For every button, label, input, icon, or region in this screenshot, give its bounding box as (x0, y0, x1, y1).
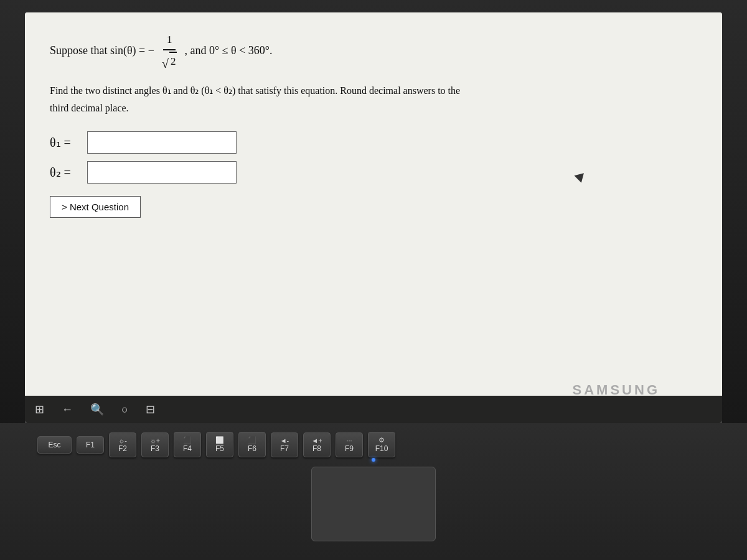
key-f10[interactable]: ⚙ F10 (368, 432, 395, 457)
theta2-row: θ₂ = (50, 161, 697, 184)
suppose-text: Suppose that sin(θ) = − (50, 42, 154, 60)
next-question-button[interactable]: > Next Question (50, 196, 141, 218)
key-f1[interactable]: F1 (77, 436, 104, 454)
theta1-input[interactable] (87, 131, 237, 154)
key-f7[interactable]: ◄- F7 (271, 432, 298, 457)
equation-line: Suppose that sin(θ) = − 1 2 , and 0° ≤ θ… (50, 31, 697, 70)
taskbar: ⊞ ← 🔍 ○ ⊟ (25, 396, 722, 423)
sqrt-value: 2 (169, 52, 177, 70)
samsung-logo: SAMSUNG (573, 382, 660, 398)
key-f8[interactable]: ◄+ F8 (303, 432, 331, 457)
windows-start-icon[interactable]: ⊞ (35, 403, 44, 416)
problem-header: Suppose that sin(θ) = − 1 2 , and 0° ≤ θ… (50, 31, 697, 70)
fraction-numerator: 1 (163, 31, 176, 50)
fraction: 1 2 (158, 31, 181, 70)
cortana-icon[interactable]: ○ (121, 403, 128, 416)
screen-content: Suppose that sin(θ) = − 1 2 , and 0° ≤ θ… (25, 12, 722, 423)
task-view-icon[interactable]: ⊟ (146, 403, 155, 416)
key-f5[interactable]: ⬜ F5 (206, 432, 233, 457)
led-indicator (372, 458, 375, 462)
touchpad[interactable] (311, 467, 436, 541)
keyboard-area: Esc F1 ☼- F2 ☼+ F3 ⬛ F4 ⬜ F5 ⬛ (0, 423, 747, 560)
laptop-body: Suppose that sin(θ) = − 1 2 , and 0° ≤ θ… (0, 0, 747, 560)
back-icon[interactable]: ← (62, 403, 73, 416)
screen: Suppose that sin(θ) = − 1 2 , and 0° ≤ θ… (25, 12, 722, 423)
theta2-input[interactable] (87, 161, 237, 184)
sqrt-symbol: 2 (162, 52, 177, 70)
key-f3[interactable]: ☼+ F3 (141, 432, 169, 457)
key-esc[interactable]: Esc (37, 436, 72, 454)
theta1-row: θ₁ = (50, 131, 697, 154)
function-key-row: Esc F1 ☼- F2 ☼+ F3 ⬛ F4 ⬜ F5 ⬛ (0, 423, 747, 461)
fraction-denominator: 2 (158, 50, 181, 70)
theta2-label: θ₂ = (50, 165, 81, 180)
key-f2[interactable]: ☼- F2 (109, 432, 136, 457)
search-icon[interactable]: 🔍 (90, 403, 104, 416)
theta1-label: θ₁ = (50, 135, 81, 150)
condition-text: , and 0° ≤ θ < 360°. (184, 42, 272, 60)
key-f9[interactable]: ··· F9 (336, 432, 363, 457)
instruction-line1: Find the two distinct angles θ₁ and θ₂ (… (50, 85, 460, 96)
next-button-label: > Next Question (62, 202, 129, 212)
instruction-text: Find the two distinct angles θ₁ and θ₂ (… (50, 82, 697, 116)
key-f4[interactable]: ⬛ F4 (174, 432, 201, 457)
instruction-line2: third decimal place. (50, 103, 129, 113)
key-f6[interactable]: ⬛ F6 (238, 432, 266, 457)
